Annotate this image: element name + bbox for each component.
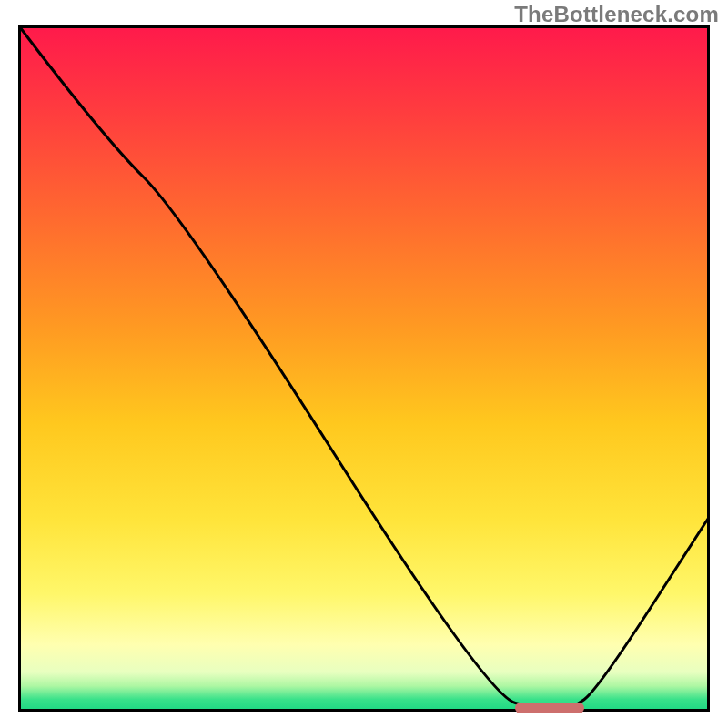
watermark-text: TheBottleneck.com: [514, 2, 719, 27]
optimal-range-marker: [515, 703, 584, 713]
plot-frame: [18, 25, 710, 712]
plot-svg: [18, 25, 710, 712]
chart-container: TheBottleneck.com: [0, 0, 728, 728]
gradient-background: [20, 27, 708, 710]
